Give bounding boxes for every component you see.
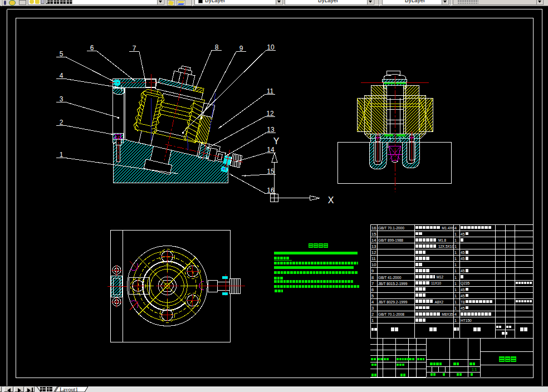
- svg-text:1:1: 1:1: [472, 367, 477, 371]
- svg-text:15: 15: [371, 232, 376, 237]
- svg-text:7: 7: [133, 45, 136, 52]
- svg-text:9: 9: [371, 268, 374, 273]
- svg-text:1: 1: [454, 238, 457, 242]
- svg-text:GB/T 899-1988: GB/T 899-1988: [378, 238, 403, 242]
- svg-text:Q235: Q235: [461, 281, 469, 286]
- svg-text:6: 6: [90, 44, 94, 52]
- svg-text:GB/T 41-2000: GB/T 41-2000: [378, 276, 402, 280]
- svg-text:45: 45: [461, 306, 465, 310]
- svg-text:3: 3: [371, 306, 374, 311]
- svg-text:1: 1: [454, 300, 457, 304]
- svg-text:HT150: HT150: [461, 318, 472, 322]
- svg-text:1: 1: [454, 257, 457, 261]
- svg-text:2: 2: [371, 312, 374, 317]
- svg-text:4: 4: [454, 226, 457, 230]
- svg-text:1: 1: [454, 232, 457, 236]
- svg-text:1: 1: [454, 244, 457, 248]
- svg-text:10: 10: [371, 262, 376, 267]
- svg-text:8: 8: [215, 43, 219, 51]
- svg-text:T8: T8: [461, 300, 465, 304]
- svg-text:1: 1: [454, 251, 457, 254]
- svg-text:14: 14: [371, 238, 376, 243]
- svg-text:9: 9: [239, 45, 243, 52]
- svg-text:45: 45: [461, 269, 465, 273]
- svg-text:13: 13: [267, 126, 275, 134]
- svg-text:45: 45: [461, 232, 465, 236]
- svg-text:13: 13: [371, 244, 376, 249]
- svg-text:10: 10: [267, 43, 275, 51]
- svg-text:1: 1: [371, 318, 374, 323]
- svg-text:5: 5: [371, 293, 374, 298]
- svg-text:4: 4: [371, 300, 374, 305]
- svg-text:1: 1: [454, 294, 457, 298]
- svg-text:JB/T 8015.2-1999: JB/T 8015.2-1999: [378, 282, 408, 286]
- svg-text:12: 12: [371, 250, 376, 255]
- svg-text:1: 1: [454, 276, 457, 280]
- svg-text:11: 11: [267, 87, 274, 95]
- svg-text:1: 1: [454, 269, 457, 273]
- svg-text:45: 45: [461, 257, 465, 261]
- svg-text:3: 3: [60, 95, 63, 103]
- svg-text:GB/T 70.1-2000: GB/T 70.1-2000: [378, 226, 404, 230]
- svg-text:1: 1: [454, 306, 457, 310]
- svg-text:M8X35: M8X35: [442, 312, 453, 316]
- svg-text:4: 4: [454, 312, 457, 316]
- svg-text:14: 14: [267, 146, 275, 154]
- svg-text:X: X: [328, 195, 334, 205]
- svg-text:M1.4X6: M1.4X6: [442, 226, 454, 230]
- svg-text:16: 16: [371, 226, 376, 231]
- svg-text:A8X2: A8X2: [435, 300, 444, 304]
- svg-text:1: 1: [454, 288, 457, 292]
- svg-text:2: 2: [60, 119, 63, 126]
- svg-text:15: 15: [267, 168, 275, 175]
- svg-text:M1.8: M1.8: [438, 238, 447, 242]
- svg-text:Y: Y: [273, 136, 280, 146]
- svg-text:5: 5: [60, 50, 63, 58]
- svg-text:4: 4: [60, 72, 63, 80]
- svg-text:45: 45: [461, 288, 465, 292]
- svg-text:Layout1: Layout1: [60, 386, 78, 392]
- svg-text:45: 45: [461, 294, 465, 298]
- svg-text:8: 8: [371, 275, 374, 280]
- svg-text:12: 12: [266, 110, 274, 117]
- svg-text:GB/T 70.1-2008: GB/T 70.1-2008: [378, 312, 404, 316]
- svg-text:JB/T 8029.2-1999: JB/T 8029.2-1999: [378, 300, 408, 304]
- svg-text:6: 6: [371, 287, 374, 292]
- svg-text:1: 1: [454, 263, 457, 267]
- svg-text:16: 16: [267, 187, 275, 194]
- svg-text:1: 1: [454, 282, 457, 286]
- svg-text:1: 1: [60, 151, 63, 159]
- svg-text:45: 45: [461, 251, 465, 254]
- svg-text:7: 7: [371, 281, 374, 286]
- svg-text:11: 11: [371, 256, 376, 261]
- svg-text:11X10: 11X10: [431, 281, 441, 285]
- svg-text:12X.5X10: 12X.5X10: [438, 244, 454, 248]
- svg-text:M12: M12: [437, 275, 444, 279]
- svg-text:1: 1: [454, 318, 457, 322]
